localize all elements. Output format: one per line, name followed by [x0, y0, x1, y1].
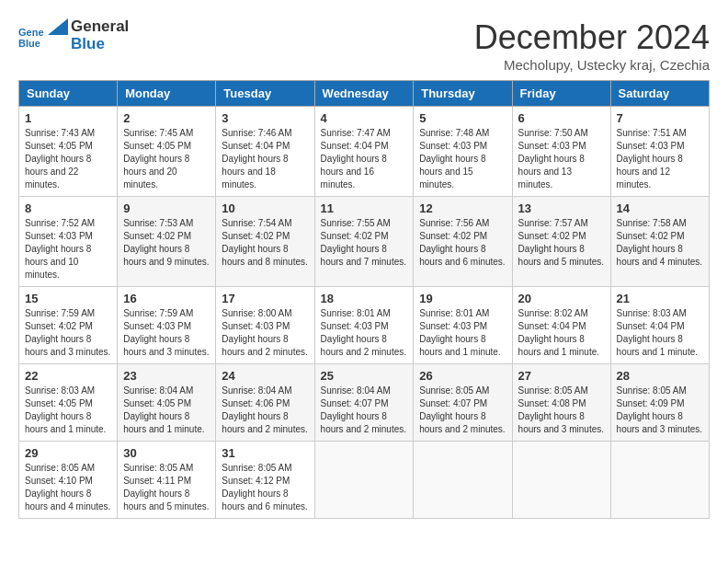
calendar-day-cell: 8Sunrise: 7:52 AMSunset: 4:03 PMDaylight… — [19, 197, 118, 287]
day-number: 6 — [518, 111, 605, 125]
calendar-week-row: 22Sunrise: 8:03 AMSunset: 4:05 PMDayligh… — [19, 364, 710, 442]
day-info: Sunrise: 8:00 AMSunset: 4:03 PMDaylight … — [222, 307, 308, 359]
day-number: 8 — [25, 201, 111, 215]
page-header: General Blue General Blue December 2024 … — [18, 18, 710, 73]
day-info: Sunrise: 7:43 AMSunset: 4:05 PMDaylight … — [25, 127, 111, 191]
day-info: Sunrise: 7:52 AMSunset: 4:03 PMDaylight … — [25, 217, 111, 282]
day-number: 28 — [617, 369, 703, 383]
day-info: Sunrise: 7:57 AMSunset: 4:02 PMDaylight … — [518, 217, 605, 269]
day-info: Sunrise: 7:48 AMSunset: 4:03 PMDaylight … — [419, 127, 506, 191]
day-number: 22 — [25, 369, 111, 383]
day-number: 10 — [222, 201, 308, 215]
calendar-day-cell: 1Sunrise: 7:43 AMSunset: 4:05 PMDaylight… — [19, 107, 118, 197]
day-info: Sunrise: 8:05 AMSunset: 4:10 PMDaylight … — [25, 462, 111, 513]
day-number: 15 — [25, 292, 111, 305]
day-info: Sunrise: 7:47 AMSunset: 4:04 PMDaylight … — [321, 127, 408, 191]
day-info: Sunrise: 8:01 AMSunset: 4:03 PMDaylight … — [419, 307, 506, 359]
weekday-header-sunday: Sunday — [19, 81, 118, 107]
weekday-header-monday: Monday — [118, 81, 216, 107]
calendar-day-cell: 2Sunrise: 7:45 AMSunset: 4:05 PMDaylight… — [118, 107, 216, 197]
day-info: Sunrise: 8:05 AMSunset: 4:09 PMDaylight … — [617, 385, 703, 436]
calendar-day-cell: 14Sunrise: 7:58 AMSunset: 4:02 PMDayligh… — [610, 197, 709, 287]
day-number: 11 — [321, 201, 408, 215]
calendar-day-cell: 6Sunrise: 7:50 AMSunset: 4:03 PMDaylight… — [512, 107, 610, 197]
day-number: 9 — [123, 201, 210, 215]
day-number: 27 — [518, 369, 605, 383]
weekday-header-wednesday: Wednesday — [314, 81, 414, 107]
day-info: Sunrise: 8:03 AMSunset: 4:04 PMDaylight … — [617, 307, 703, 359]
day-info: Sunrise: 7:53 AMSunset: 4:02 PMDaylight … — [123, 217, 210, 269]
day-info: Sunrise: 7:55 AMSunset: 4:02 PMDaylight … — [321, 217, 408, 269]
day-number: 16 — [123, 292, 210, 305]
weekday-header-saturday: Saturday — [610, 81, 709, 107]
weekday-header-row: SundayMondayTuesdayWednesdayThursdayFrid… — [19, 81, 710, 107]
day-info: Sunrise: 7:51 AMSunset: 4:03 PMDaylight … — [617, 127, 703, 191]
day-info: Sunrise: 7:50 AMSunset: 4:03 PMDaylight … — [518, 127, 605, 191]
day-number: 7 — [617, 111, 703, 125]
calendar-table: SundayMondayTuesdayWednesdayThursdayFrid… — [18, 80, 710, 519]
day-info: Sunrise: 8:05 AMSunset: 4:12 PMDaylight … — [222, 462, 308, 513]
month-title: December 2024 — [474, 18, 710, 57]
day-number: 25 — [321, 369, 408, 383]
calendar-day-cell: 12Sunrise: 7:56 AMSunset: 4:02 PMDayligh… — [414, 197, 512, 287]
calendar-week-row: 15Sunrise: 7:59 AMSunset: 4:02 PMDayligh… — [19, 287, 710, 364]
calendar-day-cell: 25Sunrise: 8:04 AMSunset: 4:07 PMDayligh… — [314, 364, 414, 442]
calendar-day-cell: 24Sunrise: 8:04 AMSunset: 4:06 PMDayligh… — [216, 364, 314, 442]
day-info: Sunrise: 8:04 AMSunset: 4:06 PMDaylight … — [222, 385, 308, 436]
calendar-day-cell: 3Sunrise: 7:46 AMSunset: 4:04 PMDaylight… — [216, 107, 314, 197]
day-number: 14 — [617, 201, 703, 215]
calendar-day-cell: 9Sunrise: 7:53 AMSunset: 4:02 PMDaylight… — [118, 197, 216, 287]
calendar-day-cell: 22Sunrise: 8:03 AMSunset: 4:05 PMDayligh… — [19, 364, 118, 442]
day-number: 24 — [222, 369, 308, 383]
calendar-day-cell — [610, 442, 709, 519]
day-info: Sunrise: 7:54 AMSunset: 4:02 PMDaylight … — [222, 217, 308, 269]
day-info: Sunrise: 8:05 AMSunset: 4:11 PMDaylight … — [123, 462, 210, 513]
logo-text-blue: Blue — [71, 36, 105, 53]
calendar-day-cell: 28Sunrise: 8:05 AMSunset: 4:09 PMDayligh… — [610, 364, 709, 442]
calendar-day-cell: 17Sunrise: 8:00 AMSunset: 4:03 PMDayligh… — [216, 287, 314, 364]
day-info: Sunrise: 8:03 AMSunset: 4:05 PMDaylight … — [25, 385, 111, 436]
svg-marker-2 — [48, 18, 68, 35]
svg-text:Blue: Blue — [18, 38, 40, 49]
calendar-day-cell: 16Sunrise: 7:59 AMSunset: 4:03 PMDayligh… — [118, 287, 216, 364]
calendar-week-row: 29Sunrise: 8:05 AMSunset: 4:10 PMDayligh… — [19, 442, 710, 519]
day-info: Sunrise: 8:04 AMSunset: 4:05 PMDaylight … — [123, 385, 210, 436]
day-number: 4 — [321, 111, 408, 125]
day-info: Sunrise: 7:58 AMSunset: 4:02 PMDaylight … — [617, 217, 703, 269]
calendar-day-cell: 4Sunrise: 7:47 AMSunset: 4:04 PMDaylight… — [314, 107, 414, 197]
calendar-day-cell: 10Sunrise: 7:54 AMSunset: 4:02 PMDayligh… — [216, 197, 314, 287]
day-info: Sunrise: 7:59 AMSunset: 4:02 PMDaylight … — [25, 307, 111, 359]
logo-triangle-icon — [48, 18, 68, 35]
day-number: 29 — [25, 446, 111, 460]
title-block: December 2024 Mecholupy, Ustecky kraj, C… — [474, 18, 710, 73]
day-number: 5 — [419, 111, 506, 125]
logo-text-general: General — [71, 18, 129, 36]
calendar-day-cell — [314, 442, 414, 519]
day-number: 26 — [419, 369, 506, 383]
weekday-header-thursday: Thursday — [414, 81, 512, 107]
calendar-day-cell: 23Sunrise: 8:04 AMSunset: 4:05 PMDayligh… — [118, 364, 216, 442]
weekday-header-tuesday: Tuesday — [216, 81, 314, 107]
day-info: Sunrise: 8:02 AMSunset: 4:04 PMDaylight … — [518, 307, 605, 359]
day-info: Sunrise: 8:01 AMSunset: 4:03 PMDaylight … — [321, 307, 408, 359]
logo-icon: General Blue — [18, 23, 44, 49]
day-info: Sunrise: 8:05 AMSunset: 4:07 PMDaylight … — [419, 385, 506, 436]
svg-text:General: General — [18, 27, 44, 38]
weekday-header-friday: Friday — [512, 81, 610, 107]
day-info: Sunrise: 7:46 AMSunset: 4:04 PMDaylight … — [222, 127, 308, 191]
calendar-day-cell: 30Sunrise: 8:05 AMSunset: 4:11 PMDayligh… — [118, 442, 216, 519]
calendar-week-row: 8Sunrise: 7:52 AMSunset: 4:03 PMDaylight… — [19, 197, 710, 287]
day-number: 30 — [123, 446, 210, 460]
day-number: 13 — [518, 201, 605, 215]
day-number: 2 — [123, 111, 210, 125]
calendar-day-cell: 26Sunrise: 8:05 AMSunset: 4:07 PMDayligh… — [414, 364, 512, 442]
day-number: 12 — [419, 201, 506, 215]
calendar-day-cell: 29Sunrise: 8:05 AMSunset: 4:10 PMDayligh… — [19, 442, 118, 519]
day-number: 17 — [222, 292, 308, 305]
day-number: 3 — [222, 111, 308, 125]
day-info: Sunrise: 7:45 AMSunset: 4:05 PMDaylight … — [123, 127, 210, 191]
calendar-day-cell: 20Sunrise: 8:02 AMSunset: 4:04 PMDayligh… — [512, 287, 610, 364]
day-number: 20 — [518, 292, 605, 305]
calendar-day-cell — [414, 442, 512, 519]
calendar-day-cell: 7Sunrise: 7:51 AMSunset: 4:03 PMDaylight… — [610, 107, 709, 197]
